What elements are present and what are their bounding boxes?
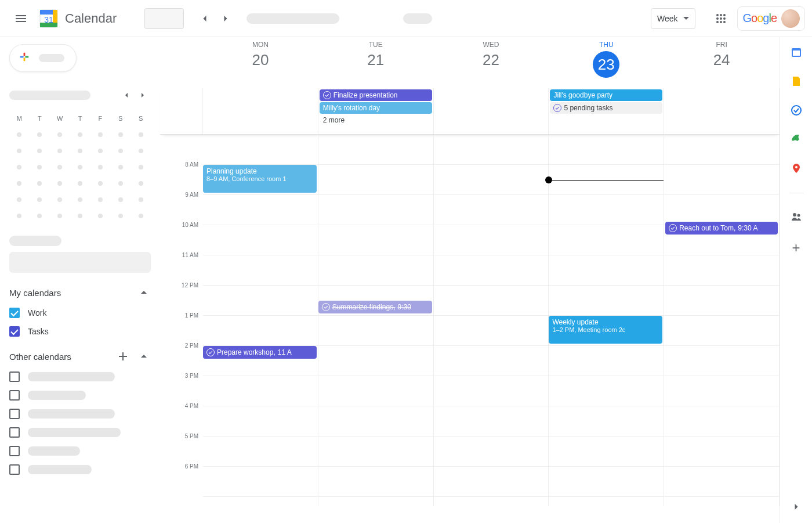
mini-day-cell[interactable] (70, 175, 90, 192)
event-block[interactable]: Prepare workshop, 11 A (203, 346, 317, 359)
hide-side-panel[interactable] (791, 501, 802, 515)
mini-day-cell[interactable] (50, 127, 70, 143)
contacts-side-icon[interactable] (791, 134, 802, 145)
day-column[interactable] (434, 135, 549, 506)
mini-day-cell[interactable] (70, 143, 90, 159)
day-column[interactable]: Weekly update1–2 PM, Meeting room 2c (549, 135, 664, 506)
google-apps-icon[interactable] (707, 5, 735, 33)
create-button[interactable] (9, 44, 77, 72)
mini-day-cell[interactable] (130, 192, 151, 208)
event-block[interactable]: Summarize findings, 9:30 (318, 301, 432, 313)
calendar-checkbox[interactable] (9, 371, 20, 382)
mini-day-cell[interactable] (130, 159, 151, 175)
calendar-checkbox[interactable] (9, 409, 20, 419)
calendar-item[interactable] (9, 390, 151, 401)
my-calendars-toggle[interactable]: My calendars (9, 286, 151, 300)
mini-day-cell[interactable] (110, 192, 130, 208)
mini-day-cell[interactable] (130, 175, 151, 192)
mini-day-cell[interactable] (9, 143, 30, 159)
calendar-item[interactable] (9, 446, 151, 456)
prev-week-button[interactable] (195, 9, 214, 28)
mini-day-cell[interactable] (30, 175, 50, 192)
calendar-checkbox[interactable] (9, 326, 20, 337)
allday-cell[interactable] (664, 88, 780, 134)
calendar-item[interactable] (9, 371, 151, 382)
mini-day-cell[interactable] (130, 127, 151, 143)
day-column[interactable]: Planning update8–9 AM, Conference room 1… (203, 135, 318, 506)
allday-cell[interactable]: Jill's goodbye party5 pending tasks (549, 88, 664, 134)
calendar-checkbox[interactable] (9, 308, 20, 318)
day-header[interactable]: WED22 (434, 37, 549, 88)
allday-cell[interactable] (203, 88, 318, 134)
mini-day-cell[interactable] (9, 208, 30, 224)
allday-event[interactable]: Finalize presentation (320, 89, 432, 101)
mini-day-cell[interactable] (130, 143, 151, 159)
calendar-item[interactable] (9, 427, 151, 438)
event-block[interactable]: Reach out to Tom, 9:30 A (665, 222, 778, 235)
hamburger-menu[interactable] (7, 5, 35, 33)
more-events-link[interactable]: 2 more (320, 115, 432, 125)
allday-event[interactable]: Milly's rotation day (320, 102, 432, 114)
avatar[interactable] (781, 9, 800, 28)
day-header[interactable]: TUE21 (318, 37, 434, 88)
account-button[interactable]: Google (737, 6, 805, 31)
mini-day-cell[interactable] (70, 127, 90, 143)
mini-day-cell[interactable] (70, 159, 90, 175)
mini-day-cell[interactable] (110, 208, 130, 224)
day-header[interactable]: MON20 (203, 37, 318, 88)
event-block[interactable]: Planning update8–9 AM, Conference room 1 (203, 165, 317, 193)
mini-day-cell[interactable] (50, 159, 70, 175)
day-column[interactable]: Summarize findings, 9:30 (318, 135, 434, 506)
day-header[interactable]: FRI24 (664, 37, 780, 88)
mini-day-cell[interactable] (30, 143, 50, 159)
mini-day-cell[interactable] (110, 175, 130, 192)
calendar-checkbox[interactable] (9, 464, 20, 475)
calendar-checkbox[interactable] (9, 427, 20, 438)
calendar-checkbox[interactable] (9, 390, 20, 401)
add-other-calendar-icon[interactable] (116, 349, 130, 363)
mini-day-cell[interactable] (110, 127, 130, 143)
mini-day-cell[interactable] (30, 159, 50, 175)
mini-day-cell[interactable] (90, 127, 110, 143)
day-header[interactable]: THU23 (549, 37, 664, 88)
calendar-checkbox[interactable] (9, 446, 20, 456)
mini-day-cell[interactable] (30, 208, 50, 224)
mini-day-cell[interactable] (50, 175, 70, 192)
mini-cal-next[interactable] (135, 87, 151, 103)
calendar-item[interactable]: Work (9, 308, 151, 318)
mini-day-cell[interactable] (50, 208, 70, 224)
day-column[interactable]: Reach out to Tom, 9:30 A (664, 135, 780, 506)
mini-day-cell[interactable] (50, 192, 70, 208)
mini-cal-prev[interactable] (118, 87, 135, 103)
add-addon-icon[interactable]: + (792, 240, 800, 256)
mini-day-cell[interactable] (130, 208, 151, 224)
maps-side-icon[interactable] (791, 163, 802, 174)
event-block[interactable]: Weekly update1–2 PM, Meeting room 2c (549, 316, 662, 344)
people-side-icon[interactable] (791, 211, 802, 222)
mini-day-cell[interactable] (110, 143, 130, 159)
mini-day-cell[interactable] (90, 175, 110, 192)
mini-day-cell[interactable] (90, 159, 110, 175)
mini-day-cell[interactable] (90, 192, 110, 208)
allday-cell[interactable] (434, 88, 549, 134)
mini-day-cell[interactable] (9, 192, 30, 208)
mini-calendar[interactable]: MTWTFSS (9, 110, 151, 224)
calendar-item[interactable] (9, 464, 151, 475)
allday-cell[interactable]: Finalize presentationMilly's rotation da… (318, 88, 434, 134)
mini-day-cell[interactable] (30, 127, 50, 143)
view-selector[interactable]: Week (651, 8, 696, 29)
mini-day-cell[interactable] (50, 143, 70, 159)
mini-day-cell[interactable] (90, 143, 110, 159)
calendar-item[interactable]: Tasks (9, 326, 151, 337)
mini-day-cell[interactable] (9, 175, 30, 192)
calendar-side-icon[interactable] (791, 46, 802, 58)
mini-day-cell[interactable] (9, 127, 30, 143)
today-button[interactable] (144, 8, 184, 29)
next-week-button[interactable] (216, 9, 235, 28)
mini-day-cell[interactable] (110, 159, 130, 175)
mini-day-cell[interactable] (70, 192, 90, 208)
mini-day-cell[interactable] (90, 208, 110, 224)
allday-event[interactable]: 5 pending tasks (550, 102, 662, 114)
calendar-item[interactable] (9, 409, 151, 419)
tasks-side-icon[interactable] (791, 104, 802, 116)
